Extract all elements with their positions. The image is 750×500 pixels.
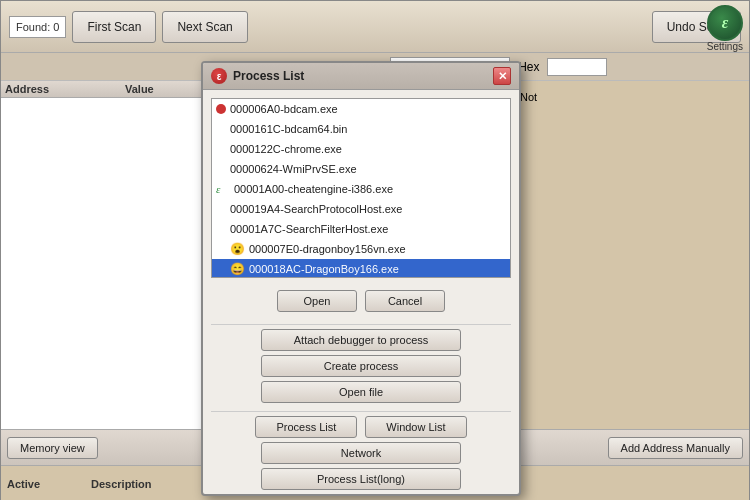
toolbar: Found: 0 First Scan Next Scan Undo Scan …	[1, 1, 749, 53]
dialog-window-list-button[interactable]: Window List	[365, 416, 466, 438]
process-item[interactable]: 😄000018AC-DragonBoy166.exe	[212, 259, 510, 278]
ce-logo: ε	[707, 5, 743, 41]
process-name: 00001A00-cheatengine-i386.exe	[234, 183, 393, 195]
process-name: 000006A0-bdcam.exe	[230, 103, 338, 115]
add-address-button[interactable]: Add Address Manually	[608, 437, 743, 459]
next-scan-button[interactable]: Next Scan	[162, 11, 247, 43]
process-name: 00001A7C-SearchFilterHost.exe	[230, 223, 388, 235]
dialog-icon: ε	[211, 68, 227, 84]
process-icon: 😮	[230, 242, 245, 256]
dialog-open-cancel-row: Open Cancel	[203, 286, 519, 320]
dialog-open-button[interactable]: Open	[277, 290, 357, 312]
first-scan-button[interactable]: First Scan	[72, 11, 156, 43]
dialog-attach-row: Attach debugger to process	[203, 329, 519, 355]
process-item[interactable]: 000006A0-bdcam.exe	[212, 99, 510, 119]
process-name: 000018AC-DragonBoy166.exe	[249, 263, 399, 275]
found-count: Found: 0	[9, 16, 66, 38]
dialog-network-row: Network	[203, 442, 519, 468]
process-name: 0000122C-chrome.exe	[230, 143, 342, 155]
dialog-attach-debugger-button[interactable]: Attach debugger to process	[261, 329, 461, 351]
settings-area: ε Settings	[707, 5, 743, 52]
dialog-title: Process List	[233, 69, 304, 83]
dialog-title-left: ε Process List	[211, 68, 304, 84]
process-name: 000019A4-SearchProtocolHost.exe	[230, 203, 402, 215]
col-address: Address	[5, 83, 125, 95]
process-item[interactable]: 0000161C-bdcam64.bin	[212, 119, 510, 139]
dialog-create-row: Create process	[203, 355, 519, 381]
dialog-create-process-button[interactable]: Create process	[261, 355, 461, 377]
dialog-list-row: Process List Window List	[203, 416, 519, 442]
process-name: 000007E0-dragonboy156vn.exe	[249, 243, 406, 255]
not-label: Not	[520, 91, 537, 103]
dialog-network-button[interactable]: Network	[261, 442, 461, 464]
process-icon: 😄	[230, 262, 245, 276]
process-list-dialog: ε Process List ✕ 000006A0-bdcam.exe00001…	[201, 61, 521, 496]
process-item[interactable]: 000019A4-SearchProtocolHost.exe	[212, 199, 510, 219]
dialog-separator-1	[211, 324, 511, 325]
dialog-process-list-long-button[interactable]: Process List(long)	[261, 468, 461, 490]
hex-input[interactable]	[547, 58, 607, 76]
process-name: 00000624-WmiPrvSE.exe	[230, 163, 357, 175]
process-list-container[interactable]: 000006A0-bdcam.exe0000161C-bdcam64.bin00…	[211, 98, 511, 278]
dialog-openfile-row: Open file	[203, 381, 519, 407]
memory-view-button[interactable]: Memory view	[7, 437, 98, 459]
settings-label[interactable]: Settings	[707, 41, 743, 52]
toolbar-left: Found: 0 First Scan Next Scan Undo Scan	[9, 11, 741, 43]
hex-label: Hex	[518, 60, 539, 74]
process-item[interactable]: 0000122C-chrome.exe	[212, 139, 510, 159]
process-item[interactable]: ε00001A00-cheatengine-i386.exe	[212, 179, 510, 199]
dialog-open-file-button[interactable]: Open file	[261, 381, 461, 403]
dialog-titlebar: ε Process List ✕	[203, 63, 519, 90]
app-window: Found: 0 First Scan Next Scan Undo Scan …	[0, 0, 750, 500]
dialog-process-list-button[interactable]: Process List	[255, 416, 357, 438]
dialog-close-button[interactable]: ✕	[493, 67, 511, 85]
process-item[interactable]: 00001A7C-SearchFilterHost.exe	[212, 219, 510, 239]
bottom-col-active: Active	[7, 478, 87, 490]
process-name: 0000161C-bdcam64.bin	[230, 123, 347, 135]
dialog-cancel-button[interactable]: Cancel	[365, 290, 445, 312]
process-items-container: 000006A0-bdcam.exe0000161C-bdcam64.bin00…	[212, 99, 510, 278]
dialog-long-row: Process List(long)	[203, 468, 519, 494]
process-item[interactable]: 00000624-WmiPrvSE.exe	[212, 159, 510, 179]
dialog-separator-2	[211, 411, 511, 412]
process-item[interactable]: 😮000007E0-dragonboy156vn.exe	[212, 239, 510, 259]
